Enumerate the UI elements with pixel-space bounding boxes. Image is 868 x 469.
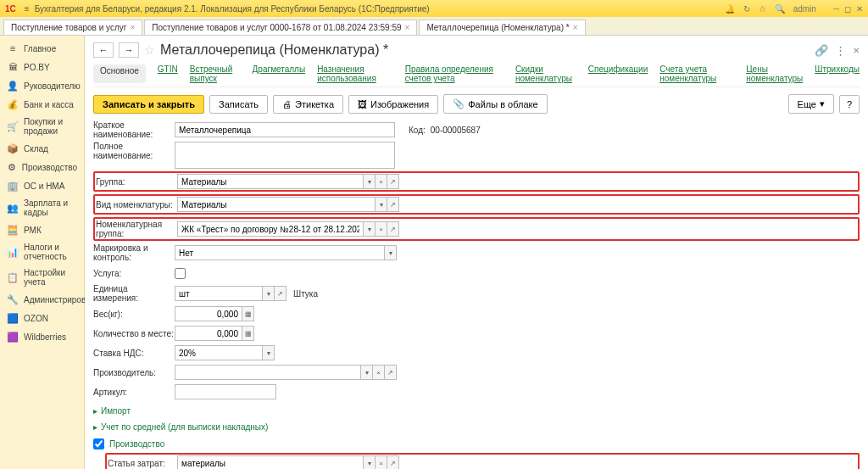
- more-button[interactable]: Еще ▾: [788, 94, 834, 114]
- save-button[interactable]: Записать: [209, 95, 268, 114]
- type-input[interactable]: [177, 197, 376, 212]
- dropdown-icon[interactable]: ▾: [364, 174, 376, 189]
- manufacturer-input[interactable]: [175, 365, 361, 380]
- tab-3[interactable]: Металлочерепица (Номенклатура) *×: [419, 20, 585, 35]
- full-name-input[interactable]: [175, 142, 395, 169]
- options-icon[interactable]: ⋮: [835, 44, 846, 57]
- box-icon: 📦: [7, 142, 19, 154]
- avg-section[interactable]: Учет по средней (для выписки накладных): [93, 419, 860, 435]
- sidebar-item-poby[interactable]: 🏛PO.BY: [0, 58, 84, 76]
- print-icon: 🖨: [282, 99, 292, 109]
- subtab-counter[interactable]: Встречный выпуск: [190, 64, 241, 83]
- dropdown-icon[interactable]: ▾: [364, 221, 376, 237]
- article-input[interactable]: [175, 384, 276, 399]
- cost-item-input[interactable]: [177, 455, 364, 469]
- subtab-main[interactable]: Основное: [93, 64, 146, 83]
- subtab-specs[interactable]: Спецификации: [588, 64, 648, 83]
- qty-input[interactable]: [175, 326, 242, 341]
- history-icon[interactable]: ↻: [743, 4, 750, 14]
- minimize-icon[interactable]: ─: [833, 4, 839, 14]
- sidebar-item-rmk[interactable]: 🧮РМК: [0, 221, 84, 239]
- home-icon: ≡: [7, 42, 19, 54]
- open-icon[interactable]: ↗: [387, 174, 399, 189]
- marking-input[interactable]: [175, 245, 385, 260]
- dropdown-icon[interactable]: ▾: [385, 245, 397, 260]
- nom-group-input[interactable]: [177, 221, 364, 237]
- vat-input[interactable]: [175, 345, 263, 360]
- clear-icon[interactable]: ×: [376, 174, 387, 189]
- sidebar-item-main[interactable]: ≡Главное: [0, 39, 84, 58]
- maximize-icon[interactable]: ◻: [844, 4, 851, 14]
- calc-icon[interactable]: ▦: [242, 306, 254, 321]
- group-input[interactable]: [177, 174, 364, 189]
- menu-icon[interactable]: ≡: [25, 4, 30, 14]
- open-icon[interactable]: ↗: [387, 455, 399, 469]
- sidebar-item-payroll[interactable]: 👥Зарплата и кадры: [0, 195, 84, 221]
- sidebar-item-taxes[interactable]: 📊Налоги и отчетность: [0, 239, 84, 265]
- sidebar-item-wb[interactable]: 🟪Wildberries: [0, 327, 84, 346]
- import-section[interactable]: Импорт: [93, 403, 860, 419]
- open-icon[interactable]: ↗: [387, 197, 399, 212]
- sidebar-item-warehouse[interactable]: 📦Склад: [0, 139, 84, 158]
- production-checkbox[interactable]: [93, 438, 104, 449]
- close-icon[interactable]: ×: [405, 23, 410, 32]
- clear-icon[interactable]: ×: [373, 365, 385, 380]
- tab-1[interactable]: Поступление товаров и услуг×: [3, 20, 142, 35]
- cloud-button[interactable]: 📎Файлы в облаке: [443, 94, 547, 114]
- clear-icon[interactable]: ×: [376, 455, 387, 469]
- dropdown-icon[interactable]: ▾: [361, 365, 373, 380]
- label-button[interactable]: 🖨Этикетка: [273, 95, 343, 114]
- dropdown-icon[interactable]: ▾: [364, 455, 376, 469]
- bell-icon[interactable]: 🔔: [725, 4, 735, 14]
- sidebar-label: Руководителю: [24, 81, 81, 91]
- dropdown-icon[interactable]: ▾: [376, 197, 387, 212]
- user-name[interactable]: admin: [793, 4, 816, 14]
- close-page-icon[interactable]: ×: [853, 44, 860, 57]
- dropdown-icon[interactable]: ▾: [263, 286, 275, 301]
- close-icon[interactable]: ×: [573, 23, 578, 32]
- subtab-metals[interactable]: Драгметаллы: [253, 64, 306, 83]
- subtab-discounts[interactable]: Скидки номенклатуры: [515, 64, 576, 83]
- subtab-prices[interactable]: Цены номенклатуры: [746, 64, 803, 83]
- code-value: 00-00005687: [431, 126, 481, 135]
- favorite-icon[interactable]: ☆: [144, 43, 155, 57]
- open-icon[interactable]: ↗: [387, 221, 399, 237]
- tab-2[interactable]: Поступление товаров и услуг 0000-1678 от…: [144, 20, 417, 35]
- subtab-barcodes[interactable]: Штрихкоды: [815, 64, 860, 83]
- subtab-gtin[interactable]: GTIN: [158, 64, 178, 83]
- clipboard-icon: 📋: [7, 271, 19, 283]
- sidebar-item-bank[interactable]: 💰Банк и касса: [0, 95, 84, 114]
- open-icon[interactable]: ↗: [385, 365, 397, 380]
- back-button[interactable]: ←: [93, 42, 114, 58]
- open-icon[interactable]: ↗: [275, 286, 287, 301]
- short-name-input[interactable]: [175, 122, 395, 137]
- sidebar-item-admin[interactable]: 🔧Администрирование: [0, 290, 84, 309]
- search-icon[interactable]: 🔍: [775, 4, 785, 14]
- weight-input[interactable]: [175, 306, 242, 321]
- subtab-usage[interactable]: Назначения использования: [317, 64, 393, 83]
- service-checkbox[interactable]: [175, 268, 186, 279]
- sidebar-item-settings[interactable]: 📋Настройки учета: [0, 265, 84, 290]
- sidebar-item-ozon[interactable]: 🟦OZON: [0, 309, 84, 327]
- sidebar-item-assets[interactable]: 🏢ОС и НМА: [0, 176, 84, 195]
- forward-button[interactable]: →: [119, 42, 139, 58]
- production-section[interactable]: Производство: [93, 435, 860, 453]
- save-close-button[interactable]: Записать и закрыть: [93, 95, 204, 114]
- dropdown-icon[interactable]: ▾: [263, 345, 275, 360]
- close-icon[interactable]: ×: [130, 23, 135, 32]
- link-icon[interactable]: 🔗: [815, 44, 828, 57]
- sidebar-label: Производство: [22, 163, 77, 172]
- service-label: Услуга:: [93, 269, 175, 278]
- sidebar-item-sales[interactable]: 🛒Покупки и продажи: [0, 114, 84, 139]
- help-button[interactable]: ?: [839, 95, 860, 114]
- star-icon[interactable]: ☆: [759, 4, 766, 14]
- sidebar-item-manager[interactable]: 👤Руководителю: [0, 76, 84, 95]
- subtab-accounts2[interactable]: Счета учета номенклатуры: [659, 64, 734, 83]
- calc-icon[interactable]: ▦: [242, 326, 254, 341]
- unit-input[interactable]: [175, 286, 263, 301]
- clear-icon[interactable]: ×: [376, 221, 387, 237]
- close-icon[interactable]: ✕: [856, 4, 863, 14]
- sidebar-item-production[interactable]: ⚙Производство: [0, 158, 84, 176]
- subtab-accounts[interactable]: Правила определения счетов учета: [405, 64, 504, 83]
- images-button[interactable]: 🖼Изображения: [348, 95, 438, 114]
